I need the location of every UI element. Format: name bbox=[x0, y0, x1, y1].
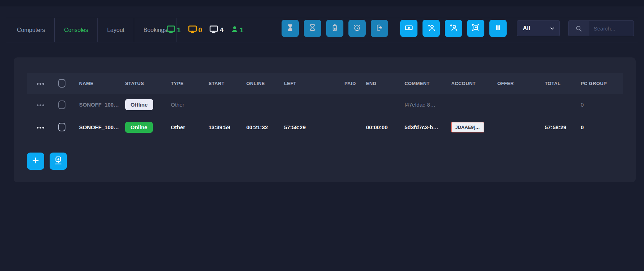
table-row: SONOFF_100… Offline Other f47efdac-8… 0 bbox=[27, 94, 623, 116]
add-guest-button[interactable] bbox=[445, 20, 462, 37]
action-button-group bbox=[400, 20, 507, 37]
status-filter-select[interactable]: All bbox=[517, 20, 560, 36]
tab-layout[interactable]: Layout bbox=[98, 18, 134, 42]
battery-icon bbox=[331, 24, 339, 33]
paid-amount bbox=[339, 94, 361, 116]
console-name[interactable]: SONOFF_100… bbox=[74, 94, 120, 116]
toolbar: Computers Consoles Layout Bookings 1 0 4 bbox=[0, 6, 644, 42]
session-end bbox=[361, 94, 399, 116]
counter-warning-consoles: 0 bbox=[188, 24, 202, 36]
top-up-time-button[interactable] bbox=[326, 20, 343, 37]
offer bbox=[492, 116, 539, 138]
counter-value: 1 bbox=[240, 26, 244, 34]
session-end: 00:00:00 bbox=[361, 116, 399, 138]
session-start bbox=[203, 94, 241, 116]
table-row: SONOFF_100… Online Other 13:39:59 00:21:… bbox=[27, 116, 623, 138]
console-type: Other bbox=[165, 116, 203, 138]
set-timer-button[interactable] bbox=[348, 20, 366, 37]
status-badge: Offline bbox=[125, 99, 153, 110]
comment: f47efdac-8… bbox=[399, 94, 446, 116]
column-header-total[interactable]: TOTAL bbox=[539, 73, 575, 94]
status-counters: 1 0 4 1 bbox=[166, 18, 243, 42]
pause-button[interactable] bbox=[489, 20, 507, 37]
hourglass-filled-icon bbox=[286, 24, 294, 33]
counter-online-consoles: 1 bbox=[166, 24, 181, 36]
account-chip[interactable]: JDAAE9[… bbox=[451, 122, 484, 132]
account bbox=[446, 94, 492, 116]
column-header-left[interactable]: LEFT bbox=[279, 73, 339, 94]
row-checkbox[interactable] bbox=[58, 123, 65, 131]
window-top-strip bbox=[0, 0, 644, 6]
hourglass-icon bbox=[309, 24, 316, 33]
session-online: 00:21:32 bbox=[241, 116, 279, 138]
time-left bbox=[279, 94, 339, 116]
plus-icon bbox=[31, 156, 40, 166]
pause-icon bbox=[494, 24, 502, 33]
payment-button[interactable] bbox=[400, 20, 417, 37]
row-menu-icon[interactable] bbox=[37, 127, 44, 129]
row-menu-icon[interactable] bbox=[37, 104, 44, 106]
session-button-group bbox=[282, 20, 388, 37]
alarm-icon bbox=[353, 24, 361, 33]
column-header-offer[interactable]: OFFER bbox=[492, 73, 539, 94]
add-device-icon bbox=[54, 156, 63, 167]
monitor-icon bbox=[188, 24, 197, 36]
pc-group: 0 bbox=[575, 116, 623, 138]
counter-online-users: 1 bbox=[230, 25, 244, 35]
user-add-icon bbox=[449, 23, 458, 33]
status-badge: Online bbox=[125, 122, 153, 133]
monitor-icon bbox=[209, 24, 219, 36]
column-header-start[interactable]: START bbox=[203, 73, 241, 94]
cash-icon bbox=[405, 23, 413, 33]
monitor-icon bbox=[166, 24, 176, 36]
view-tabs: Computers Consoles Layout Bookings bbox=[8, 18, 177, 42]
table-header-row: NAME STATUS TYPE START ONLINE LEFT PAID … bbox=[27, 73, 623, 94]
select-all-checkbox[interactable] bbox=[58, 79, 65, 88]
start-timed-session-button[interactable] bbox=[282, 20, 299, 37]
assign-member-button[interactable] bbox=[423, 20, 440, 37]
column-header-end[interactable]: END bbox=[361, 73, 399, 94]
session-online bbox=[241, 94, 279, 116]
column-header-account[interactable]: ACCOUNT bbox=[446, 73, 492, 94]
header-menu-icon[interactable] bbox=[37, 83, 44, 85]
divider bbox=[6, 42, 638, 42]
console-type: Other bbox=[165, 94, 203, 116]
offer bbox=[492, 94, 539, 116]
consoles-table-card: NAME STATUS TYPE START ONLINE LEFT PAID … bbox=[14, 57, 636, 182]
user-icon bbox=[230, 25, 239, 35]
comment: 5d3fd7c3-b… bbox=[399, 116, 446, 138]
screenshot-button[interactable] bbox=[467, 20, 484, 37]
search-box bbox=[568, 20, 634, 36]
column-header-type[interactable]: TYPE bbox=[165, 73, 203, 94]
total: 57:58:29 bbox=[539, 116, 575, 138]
row-checkbox[interactable] bbox=[58, 101, 65, 109]
column-header-name[interactable]: NAME bbox=[74, 73, 120, 94]
counter-value: 1 bbox=[177, 26, 181, 34]
user-star-icon bbox=[427, 23, 435, 33]
console-name[interactable]: SONOFF_100… bbox=[74, 116, 120, 138]
tab-consoles[interactable]: Consoles bbox=[55, 18, 98, 42]
pc-group: 0 bbox=[575, 94, 623, 116]
search-icon bbox=[568, 21, 589, 36]
counter-value: 4 bbox=[220, 26, 224, 34]
counter-value: 0 bbox=[198, 26, 202, 34]
filter-value: All bbox=[523, 25, 530, 32]
search-input[interactable] bbox=[589, 21, 634, 36]
chevron-down-icon bbox=[550, 26, 555, 31]
column-header-paid[interactable]: PAID bbox=[339, 73, 361, 94]
tab-computers[interactable]: Computers bbox=[8, 18, 55, 42]
column-header-comment[interactable]: COMMENT bbox=[399, 73, 446, 94]
paid-amount bbox=[339, 116, 361, 138]
counter-total-consoles: 4 bbox=[209, 24, 224, 36]
start-unlimited-session-button[interactable] bbox=[304, 20, 321, 37]
logout-icon bbox=[375, 24, 383, 33]
add-console-button[interactable] bbox=[27, 153, 44, 170]
consoles-table: NAME STATUS TYPE START ONLINE LEFT PAID … bbox=[27, 73, 623, 138]
end-session-button[interactable] bbox=[371, 20, 388, 37]
column-header-pc-group[interactable]: PC GROUP bbox=[575, 73, 623, 94]
table-footer-actions bbox=[27, 153, 67, 170]
column-header-status[interactable]: STATUS bbox=[120, 73, 165, 94]
column-header-online[interactable]: ONLINE bbox=[241, 73, 279, 94]
add-device-button[interactable] bbox=[50, 153, 67, 170]
screenshot-icon bbox=[471, 23, 480, 33]
